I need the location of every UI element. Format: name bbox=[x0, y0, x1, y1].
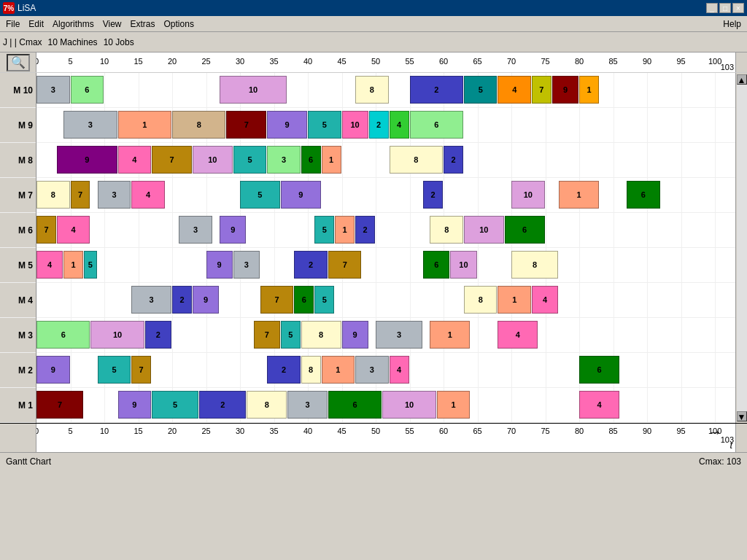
gantt-block[interactable]: 5 bbox=[233, 146, 267, 174]
menu-extras[interactable]: Extras bbox=[126, 18, 160, 31]
gantt-block[interactable]: 3 bbox=[287, 391, 328, 419]
gantt-block[interactable]: 8 bbox=[355, 76, 389, 104]
gantt-block[interactable]: 6 bbox=[328, 391, 382, 419]
gantt-block[interactable]: 8 bbox=[430, 216, 463, 244]
gantt-block[interactable]: 7 bbox=[36, 216, 56, 244]
minimize-button[interactable]: _ bbox=[706, 3, 718, 13]
gantt-block[interactable]: 6 bbox=[627, 181, 660, 209]
gantt-block[interactable]: 4 bbox=[131, 181, 165, 209]
gantt-block[interactable]: 10 bbox=[464, 216, 504, 244]
gantt-block[interactable]: 4 bbox=[57, 216, 90, 244]
gantt-block[interactable]: 2 bbox=[410, 76, 463, 104]
gantt-block[interactable]: 3 bbox=[355, 356, 389, 384]
gantt-block[interactable]: 4 bbox=[532, 286, 558, 314]
gantt-block[interactable]: 6 bbox=[71, 76, 104, 104]
gantt-block[interactable]: 7 bbox=[36, 391, 83, 419]
gantt-block[interactable]: 6 bbox=[36, 321, 90, 349]
gantt-block[interactable]: 10 bbox=[382, 391, 436, 419]
gantt-block[interactable]: 7 bbox=[328, 251, 362, 279]
gantt-block[interactable]: 5 bbox=[314, 216, 334, 244]
gantt-block[interactable]: 3 bbox=[267, 146, 301, 174]
close-button[interactable]: × bbox=[732, 3, 744, 13]
gantt-block[interactable]: 2 bbox=[444, 146, 463, 174]
gantt-block[interactable]: 3 bbox=[233, 251, 260, 279]
gantt-block[interactable]: 6 bbox=[423, 251, 449, 279]
gantt-block[interactable]: 7 bbox=[532, 76, 551, 104]
gantt-block[interactable]: 4 bbox=[498, 76, 531, 104]
gantt-block[interactable]: 2 bbox=[172, 286, 192, 314]
gantt-block[interactable]: 4 bbox=[390, 111, 409, 139]
gantt-block[interactable]: 1 bbox=[322, 356, 355, 384]
gantt-block[interactable]: 7 bbox=[260, 286, 294, 314]
zoom-button[interactable]: 🔍 bbox=[7, 54, 30, 71]
gantt-block[interactable]: 2 bbox=[145, 321, 171, 349]
gantt-block[interactable]: 8 bbox=[511, 251, 558, 279]
gantt-block[interactable]: 3 bbox=[179, 216, 212, 244]
gantt-block[interactable]: 8 bbox=[36, 181, 70, 209]
gantt-block[interactable]: 9 bbox=[206, 251, 233, 279]
gantt-block[interactable]: 10 bbox=[90, 321, 144, 349]
gantt-block[interactable]: 2 bbox=[423, 181, 443, 209]
gantt-block[interactable]: 8 bbox=[247, 391, 287, 419]
gantt-block[interactable]: 1 bbox=[118, 111, 171, 139]
gantt-block[interactable]: 4 bbox=[498, 321, 538, 349]
gantt-block[interactable]: 3 bbox=[63, 111, 117, 139]
gantt-block[interactable]: 1 bbox=[579, 76, 599, 104]
menu-help[interactable]: Help bbox=[719, 18, 746, 31]
gantt-block[interactable]: 7 bbox=[226, 111, 266, 139]
gantt-block[interactable]: 5 bbox=[281, 321, 301, 349]
gantt-block[interactable]: 8 bbox=[390, 146, 443, 174]
gantt-block[interactable]: 6 bbox=[410, 111, 463, 139]
gantt-block[interactable]: 3 bbox=[36, 76, 70, 104]
gantt-block[interactable]: 9 bbox=[267, 111, 307, 139]
gantt-block[interactable]: 7 bbox=[152, 146, 192, 174]
gantt-block[interactable]: 6 bbox=[301, 146, 321, 174]
gantt-block[interactable]: 5 bbox=[240, 181, 280, 209]
gantt-block[interactable]: 9 bbox=[118, 391, 152, 419]
gantt-block[interactable]: 2 bbox=[267, 356, 301, 384]
gantt-block[interactable]: 6 bbox=[294, 286, 314, 314]
gantt-block[interactable]: 1 bbox=[437, 391, 471, 419]
gantt-block[interactable]: 9 bbox=[57, 146, 117, 174]
gantt-block[interactable]: 3 bbox=[98, 181, 131, 209]
gantt-block[interactable]: 4 bbox=[36, 251, 63, 279]
gantt-block[interactable]: 1 bbox=[559, 181, 599, 209]
menu-view[interactable]: View bbox=[98, 18, 126, 31]
gantt-block[interactable]: 5 bbox=[308, 111, 341, 139]
gantt-block[interactable]: 4 bbox=[118, 146, 152, 174]
maximize-button[interactable]: □ bbox=[719, 3, 731, 13]
gantt-block[interactable]: 1 bbox=[335, 216, 355, 244]
gantt-block[interactable]: 10 bbox=[511, 181, 545, 209]
gantt-block[interactable]: 3 bbox=[131, 286, 171, 314]
gantt-block[interactable]: 10 bbox=[193, 146, 233, 174]
gantt-block[interactable]: 8 bbox=[464, 286, 498, 314]
menu-file[interactable]: File bbox=[1, 18, 24, 31]
gantt-block[interactable]: 2 bbox=[294, 251, 328, 279]
gantt-block[interactable]: 7 bbox=[254, 321, 280, 349]
gantt-block[interactable]: 7 bbox=[71, 181, 90, 209]
gantt-block[interactable]: 1 bbox=[63, 251, 83, 279]
gantt-block[interactable]: 9 bbox=[342, 321, 368, 349]
gantt-block[interactable]: 5 bbox=[314, 286, 334, 314]
gantt-block[interactable]: 4 bbox=[579, 391, 619, 419]
menu-options[interactable]: Options bbox=[160, 18, 198, 31]
gantt-block[interactable]: 9 bbox=[552, 76, 578, 104]
gantt-block[interactable]: 9 bbox=[281, 181, 321, 209]
gantt-block[interactable]: 9 bbox=[36, 356, 70, 384]
gantt-block[interactable]: 5 bbox=[152, 391, 198, 419]
gantt-block[interactable]: 9 bbox=[193, 286, 219, 314]
menu-edit[interactable]: Edit bbox=[24, 18, 48, 31]
gantt-block[interactable]: 1 bbox=[430, 321, 470, 349]
menu-algorithms[interactable]: Algorithms bbox=[48, 18, 98, 31]
gantt-block[interactable]: 7 bbox=[131, 356, 151, 384]
gantt-block[interactable]: 2 bbox=[199, 391, 246, 419]
gantt-block[interactable]: 6 bbox=[579, 356, 619, 384]
gantt-block[interactable]: 8 bbox=[172, 111, 225, 139]
gantt-block[interactable]: 8 bbox=[301, 321, 341, 349]
gantt-block[interactable]: 10 bbox=[450, 251, 476, 279]
gantt-block[interactable]: 1 bbox=[498, 286, 531, 314]
gantt-block[interactable]: 5 bbox=[98, 356, 131, 384]
gantt-block[interactable]: 3 bbox=[376, 321, 422, 349]
gantt-block[interactable]: 5 bbox=[464, 76, 498, 104]
gantt-block[interactable]: 6 bbox=[505, 216, 545, 244]
